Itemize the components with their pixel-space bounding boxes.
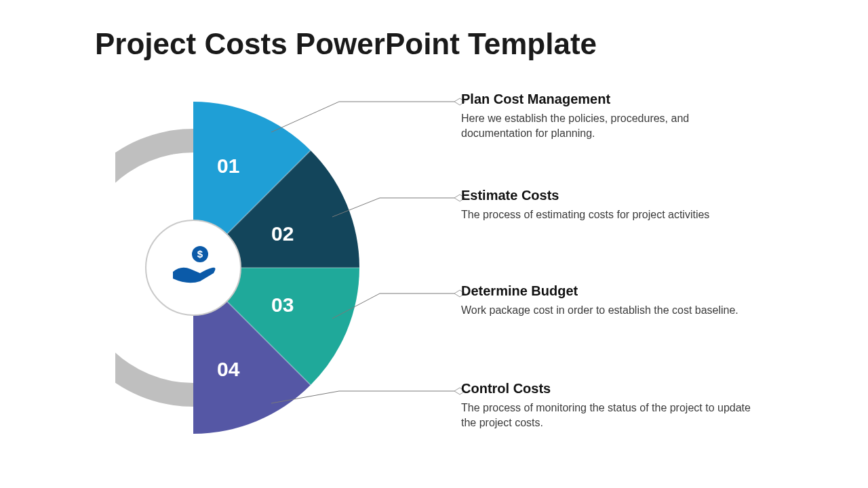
slide: Project Costs PowerPoint Template 01 02 … (0, 0, 868, 488)
svg-text:$: $ (197, 248, 203, 260)
item-3-heading: Determine Budget (461, 283, 753, 299)
segment-3-number: 03 (271, 293, 294, 316)
item-4: Control Costs The process of monitoring … (461, 381, 753, 430)
item-2-body: The process of estimating costs for proj… (461, 207, 753, 222)
item-1-heading: Plan Cost Management (461, 92, 753, 107)
item-4-heading: Control Costs (461, 381, 753, 396)
item-3: Determine Budget Work package cost in or… (461, 283, 753, 318)
segment-1-number: 01 (217, 155, 239, 177)
segment-2-number: 02 (271, 222, 294, 245)
item-2-heading: Estimate Costs (461, 188, 753, 203)
center-circle (146, 220, 241, 315)
item-4-body: The process of monitoring the status of … (461, 401, 753, 430)
segment-4-number: 04 (217, 358, 240, 380)
slide-title: Project Costs PowerPoint Template (95, 27, 597, 61)
item-1: Plan Cost Management Here we establish t… (461, 92, 753, 140)
item-1-body: Here we establish the policies, procedur… (461, 111, 753, 140)
item-3-body: Work package cost in order to establish … (461, 303, 753, 318)
fan-chart: 01 02 03 04 $ (115, 88, 407, 447)
item-2: Estimate Costs The process of estimating… (461, 188, 753, 222)
